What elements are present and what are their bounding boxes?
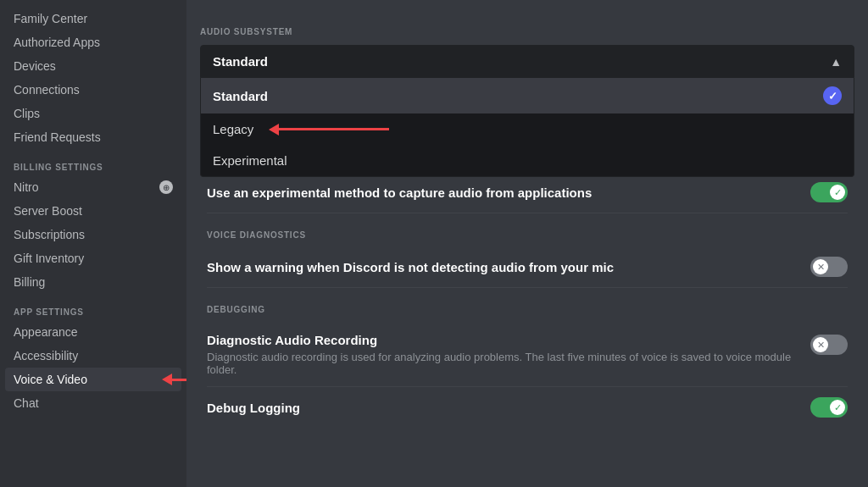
debug-logging-label: Debug Logging bbox=[207, 401, 810, 415]
experimental-capture-row: Use an experimental method to capture au… bbox=[207, 172, 848, 213]
sidebar-item-billing[interactable]: Billing bbox=[5, 270, 181, 294]
warning-setting-row: Show a warning when Discord is not detec… bbox=[207, 246, 848, 288]
chevron-up-icon: ▲ bbox=[830, 55, 842, 69]
warning-setting-toggle[interactable]: ✕ bbox=[810, 257, 848, 277]
sidebar-item-chat[interactable]: Chat bbox=[5, 391, 181, 415]
sidebar-item-server-boost[interactable]: Server Boost bbox=[5, 199, 181, 223]
voice-video-arrow bbox=[162, 374, 186, 385]
toggle-knob-off: ✕ bbox=[813, 259, 828, 274]
x-toggle-icon-diag: ✕ bbox=[817, 340, 825, 351]
sidebar-item-gift-inventory[interactable]: Gift Inventory bbox=[5, 246, 181, 270]
sidebar-item-family-center[interactable]: Family Center bbox=[5, 7, 181, 30]
sidebar: Family Center Authorized Apps Devices Co… bbox=[0, 0, 186, 487]
dropdown-option-standard[interactable]: Standard ✓ bbox=[201, 78, 854, 113]
voice-diagnostics-label: VOICE DIAGNOSTICS bbox=[207, 230, 848, 240]
warning-setting-label: Show a warning when Discord is not detec… bbox=[207, 260, 810, 274]
debugging-label: DEBUGGING bbox=[207, 305, 848, 314]
diagnostic-recording-label: Diagnostic Audio Recording bbox=[207, 333, 793, 347]
billing-section-label: BILLING SETTINGS bbox=[5, 149, 181, 175]
check-icon: ✓ bbox=[823, 86, 842, 105]
toggle-knob-debug: ✓ bbox=[830, 400, 845, 415]
debug-logging-toggle[interactable]: ✓ bbox=[810, 397, 848, 418]
debug-logging-row: Debug Logging ✓ bbox=[207, 387, 848, 428]
experimental-capture-toggle[interactable]: ✓ bbox=[810, 182, 848, 202]
main-content: AUDIO SUBSYSTEM Standard ▲ Standard ✓ Le… bbox=[186, 0, 868, 487]
diagnostic-recording-toggle[interactable]: ✕ bbox=[810, 335, 848, 355]
sidebar-item-nitro[interactable]: Nitro ⊕ bbox=[5, 175, 181, 199]
sidebar-item-subscriptions[interactable]: Subscriptions bbox=[5, 223, 181, 246]
sidebar-item-friend-requests[interactable]: Friend Requests bbox=[5, 125, 181, 149]
legacy-arrow bbox=[269, 124, 389, 136]
sidebar-item-voice-video[interactable]: Voice & Video bbox=[5, 368, 181, 391]
toggle-knob-diag: ✕ bbox=[813, 337, 828, 352]
audio-subsystem-label: AUDIO SUBSYSTEM bbox=[200, 14, 854, 40]
toggle-knob: ✓ bbox=[830, 185, 845, 200]
app-section-label: APP SETTINGS bbox=[5, 294, 181, 320]
sidebar-item-devices[interactable]: Devices bbox=[5, 54, 181, 78]
check-toggle-icon: ✓ bbox=[834, 187, 842, 198]
audio-subsystem-dropdown-list: Standard ✓ Legacy Experimental bbox=[200, 78, 854, 177]
experimental-capture-label: Use an experimental method to capture au… bbox=[207, 185, 810, 200]
diagnostic-recording-row: Diagnostic Audio Recording Diagnostic au… bbox=[207, 321, 848, 387]
sidebar-item-connections[interactable]: Connections bbox=[5, 78, 181, 102]
diagnostic-recording-desc: Diagnostic audio recording is used for a… bbox=[207, 351, 793, 376]
dropdown-option-experimental[interactable]: Experimental bbox=[201, 145, 854, 176]
nitro-icon: ⊕ bbox=[159, 180, 173, 194]
dropdown-option-legacy[interactable]: Legacy bbox=[201, 113, 854, 145]
sidebar-item-authorized-apps[interactable]: Authorized Apps bbox=[5, 30, 181, 54]
sidebar-item-accessibility[interactable]: Accessibility bbox=[5, 344, 181, 368]
sidebar-item-appearance[interactable]: Appearance bbox=[5, 320, 181, 344]
settings-body: Our signed DLL is injected into the appl… bbox=[186, 136, 868, 441]
check-toggle-icon-debug: ✓ bbox=[834, 402, 842, 413]
audio-subsystem-dropdown-overlay: AUDIO SUBSYSTEM Standard ▲ Standard ✓ Le… bbox=[186, 0, 868, 177]
audio-subsystem-dropdown-header[interactable]: Standard ▲ bbox=[200, 45, 854, 78]
sidebar-item-clips[interactable]: Clips bbox=[5, 102, 181, 125]
dropdown-current-value: Standard bbox=[213, 54, 268, 69]
x-toggle-icon: ✕ bbox=[817, 262, 825, 273]
